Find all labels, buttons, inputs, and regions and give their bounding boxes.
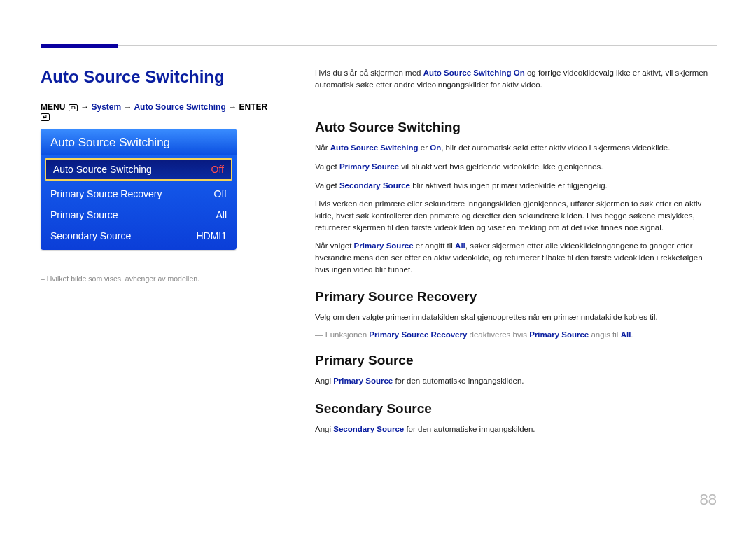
menu-item-label: Secondary Source (50, 230, 131, 241)
sec2-note: Funksjonen Primary Source Recovery deakt… (315, 330, 717, 339)
page-number: 88 (700, 491, 717, 509)
heading-primary-source-recovery: Primary Source Recovery (315, 289, 717, 304)
menu-item-label: Auto Source Switching (53, 164, 152, 175)
left-column: Auto Source Switching MENU m → System → … (41, 67, 275, 283)
menu-item-primary-source[interactable]: Primary Source All (41, 204, 237, 225)
menu-item-primary-source-recovery[interactable]: Primary Source Recovery Off (41, 183, 237, 204)
intro-paragraph: Hvis du slår på skjermen med Auto Source… (315, 67, 717, 90)
sec2-p1: Velg om den valgte primærinndatakilden s… (315, 311, 717, 323)
breadcrumb-menu: MENU (41, 102, 65, 112)
menu-item-value: HDMI1 (196, 230, 227, 241)
page-title: Auto Source Switching (41, 67, 275, 87)
menu-item-value: Off (214, 188, 227, 199)
enter-icon: ↵ (41, 113, 50, 121)
heading-secondary-source: Secondary Source (315, 401, 717, 416)
sec4-p1: Angi Secondary Source for den automatisk… (315, 423, 717, 435)
breadcrumb: MENU m → System → Auto Source Switching … (41, 102, 275, 122)
breadcrumb-system: System (92, 102, 122, 112)
menu-panel: Auto Source Switching Auto Source Switch… (41, 129, 237, 250)
breadcrumb-arrow: → (80, 102, 89, 112)
menu-item-auto-source-switching[interactable]: Auto Source Switching Off (45, 158, 232, 181)
top-divider-accent (41, 44, 118, 48)
breadcrumb-enter: ENTER (239, 102, 267, 112)
sec1-p5: Når valget Primary Source er angitt til … (315, 240, 717, 275)
menu-item-label: Primary Source Recovery (50, 188, 162, 199)
breadcrumb-arrow: → (228, 102, 237, 112)
left-divider (41, 267, 275, 267)
heading-primary-source: Primary Source (315, 353, 717, 368)
sec1-p2: Valget Primary Source vil bli aktivert h… (315, 161, 717, 173)
breadcrumb-arrow: → (124, 102, 132, 112)
menu-icon: m (69, 104, 78, 111)
breadcrumb-item: Auto Source Switching (134, 102, 225, 112)
menu-item-value: Off (211, 164, 224, 175)
right-column: Hvis du slår på skjermen med Auto Source… (315, 67, 717, 442)
sec1-p3: Valget Secondary Source blir aktivert hv… (315, 180, 717, 192)
top-divider (41, 45, 717, 46)
sec1-p1: Når Auto Source Switching er On, blir de… (315, 142, 717, 154)
sec1-p4: Hvis verken den primære eller sekundære … (315, 198, 717, 233)
sec3-p1: Angi Primary Source for den automatiske … (315, 375, 717, 387)
heading-auto-source-switching: Auto Source Switching (315, 120, 717, 135)
term-auto-source-switching-on: Auto Source Switching On (424, 69, 525, 77)
model-footnote: Hvilket bilde som vises, avhenger av mod… (41, 274, 275, 283)
menu-item-label: Primary Source (50, 209, 118, 220)
menu-item-secondary-source[interactable]: Secondary Source HDMI1 (41, 225, 237, 250)
menu-header: Auto Source Switching (41, 129, 237, 155)
menu-item-value: All (216, 209, 227, 220)
